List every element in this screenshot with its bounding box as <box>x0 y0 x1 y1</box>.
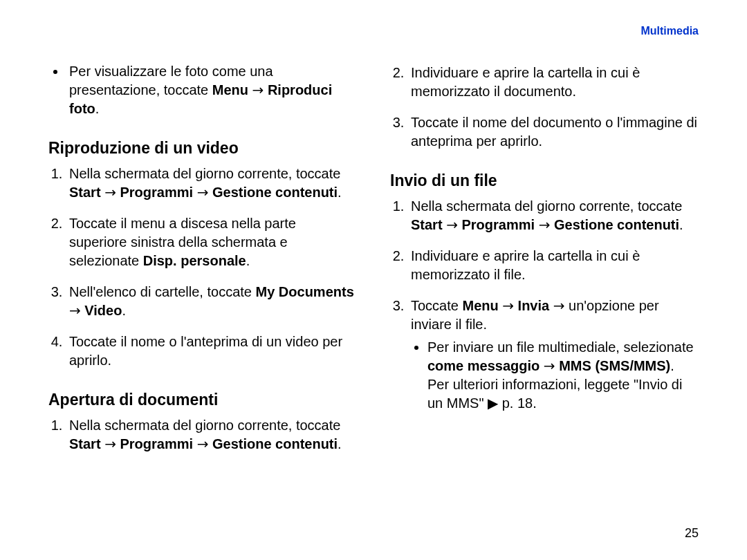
section-header: Multimedia <box>640 25 699 37</box>
bold: Programmi <box>120 185 193 200</box>
sub-bullet: Per inviare un file multimediale, selezi… <box>427 338 699 413</box>
list-item: Nell'elenco di cartelle, toccate My Docu… <box>66 283 357 320</box>
arrow-icon: → <box>502 297 514 314</box>
bold: Start <box>411 217 443 232</box>
arrow-icon: → <box>104 184 116 200</box>
arrow-icon: → <box>197 184 209 200</box>
bold: Menu <box>462 298 498 313</box>
sub-bullet-list: Per inviare un file multimediale, selezi… <box>411 338 699 413</box>
documents-steps: Nella schermata del giorno corrente, toc… <box>48 416 357 454</box>
text: . <box>95 101 100 116</box>
arrow-icon: → <box>197 436 209 452</box>
arrow-icon: → <box>104 436 116 452</box>
send-file-steps: Nella schermata del giorno corrente, toc… <box>390 197 699 413</box>
bold-menu: Menu <box>212 82 248 97</box>
list-item: Nella schermata del giorno corrente, toc… <box>66 416 357 454</box>
bold: Gestione contenuti <box>212 436 338 451</box>
heading-send-file: Invio di un file <box>390 170 699 192</box>
triangle-icon: ▶ <box>488 395 498 411</box>
text: . <box>246 253 250 268</box>
list-item: Toccate il nome o l'anteprima di un vide… <box>66 333 357 370</box>
bold: Invia <box>518 298 550 313</box>
intro-bullet-list: Per visualizzare le foto come una presen… <box>48 62 357 118</box>
two-column-layout: Per visualizzare le foto come una presen… <box>48 59 699 466</box>
list-item: Nella schermata del giorno corrente, toc… <box>66 165 357 202</box>
bold: Start <box>69 185 101 200</box>
arrow-icon: → <box>252 82 264 98</box>
left-column: Per visualizzare le foto come una presen… <box>48 59 357 466</box>
page-number: 25 <box>685 526 699 541</box>
manual-page: Multimedia Per visualizzare le foto come… <box>0 0 747 560</box>
text: Per inviare un file multimediale, selezi… <box>427 339 694 355</box>
arrow-icon: → <box>539 216 551 233</box>
documents-steps-cont: Individuare e aprire la cartella in cui … <box>390 64 699 151</box>
text: . <box>338 436 342 451</box>
arrow-icon: → <box>553 297 565 314</box>
text: . <box>679 217 683 232</box>
bold: Disp. personale <box>143 253 246 268</box>
right-column: Individuare e aprire la cartella in cui … <box>390 59 699 466</box>
bold: MMS (SMS/MMS) <box>559 358 670 373</box>
bold: My Documents <box>256 284 354 299</box>
text: Nella schermata del giorno corrente, toc… <box>411 198 682 214</box>
heading-documents: Apertura di documenti <box>48 389 357 411</box>
text: Nella schermata del giorno corrente, toc… <box>69 166 340 181</box>
list-item: Nella schermata del giorno corrente, toc… <box>408 197 699 234</box>
text: Nell'elenco di cartelle, toccate <box>69 284 256 299</box>
bold: Start <box>69 436 101 451</box>
list-item: Toccate Menu → Invia → un'opzione per in… <box>408 297 699 413</box>
heading-video: Riproduzione di un video <box>48 138 357 159</box>
arrow-icon: → <box>446 216 458 233</box>
text: Nella schermata del giorno corrente, toc… <box>69 418 340 433</box>
bold: Gestione contenuti <box>554 217 679 232</box>
arrow-icon: → <box>69 302 81 319</box>
bold: Gestione contenuti <box>212 185 338 200</box>
arrow-icon: → <box>544 357 555 374</box>
list-item: Individuare e aprire la cartella in cui … <box>408 64 699 101</box>
bold: Programmi <box>461 217 535 232</box>
video-steps: Nella schermata del giorno corrente, toc… <box>48 165 357 370</box>
bold: Video <box>84 303 122 318</box>
bold: come messaggio <box>427 358 540 373</box>
list-item: Toccate il nome del documento o l'immagi… <box>408 113 699 151</box>
text: p. 18. <box>498 395 537 411</box>
text: . <box>122 303 126 318</box>
intro-bullet: Per visualizzare le foto come una presen… <box>66 62 357 118</box>
bold: Programmi <box>120 436 193 451</box>
list-item: Toccate il menu a discesa nella parte su… <box>66 214 357 270</box>
list-item: Individuare e aprire la cartella in cui … <box>408 247 699 284</box>
text: . <box>338 185 342 200</box>
text: Toccate <box>411 298 462 313</box>
